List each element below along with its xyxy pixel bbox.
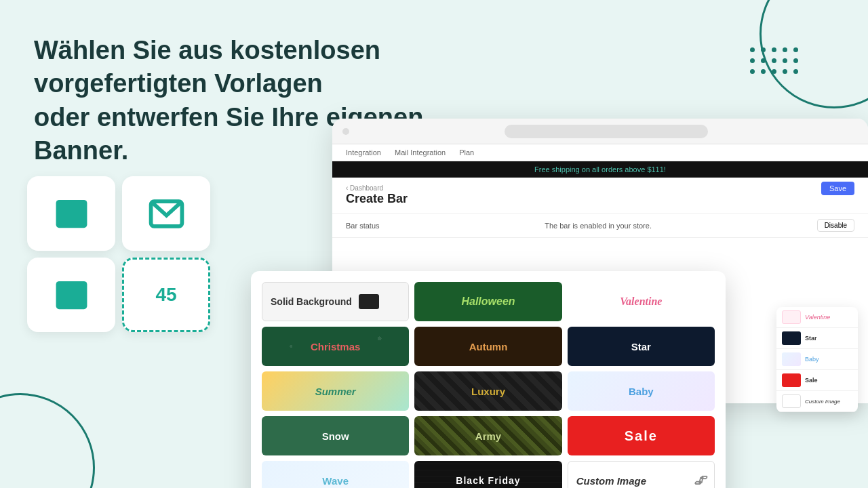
browser-nav: Integration Mail Integration Plan [332, 144, 868, 161]
nav-item-integration[interactable]: Integration [346, 148, 381, 157]
template-luxury[interactable]: Luxury [414, 371, 561, 411]
baby-label: Baby [629, 386, 654, 397]
rs-label-valentine: Valentine [805, 314, 830, 321]
template-solid-background[interactable]: Solid Background [262, 282, 409, 321]
black-friday-label: Black Friday [456, 475, 520, 486]
rs-label-sale: Sale [805, 377, 818, 384]
back-link[interactable]: ‹ Dashboard [346, 184, 408, 192]
snow-label: Snow [322, 430, 349, 442]
custom-image-label: Custom Image [576, 475, 646, 487]
announcement-bar: Free shipping on all orders above $111! [332, 161, 868, 178]
browser-chrome-bar [332, 119, 868, 144]
solid-bg-swatch [359, 294, 379, 309]
bar-status-label: Bar status [346, 222, 380, 230]
template-grid: Solid Background Halloween Valentine Chr… [251, 271, 726, 488]
bg-decoration-circle-bottom [0, 393, 95, 488]
timer-display: 45 [155, 284, 176, 306]
save-button[interactable]: Save [821, 182, 854, 195]
sale-label: Sale [625, 428, 658, 444]
rs-item-custom[interactable]: Custom Image [776, 391, 858, 412]
browser-dot-1 [342, 128, 349, 135]
icon-row-2: 45 [27, 258, 210, 332]
create-bar-title: Create Bar [346, 192, 408, 206]
solid-bg-label: Solid Background [271, 296, 352, 307]
template-summer[interactable]: Summer [262, 371, 409, 411]
template-wave[interactable]: Wave [262, 461, 409, 488]
autumn-label: Autumn [469, 341, 508, 352]
rs-swatch-star [782, 331, 801, 345]
dots-decoration [750, 47, 800, 76]
template-autumn[interactable]: Autumn [414, 327, 561, 366]
disable-button[interactable]: Disable [817, 219, 854, 232]
army-label: Army [475, 430, 501, 442]
template-star[interactable]: Star [568, 327, 715, 366]
template-black-friday[interactable]: Black Friday [414, 461, 561, 488]
wave-label: Wave [322, 475, 349, 487]
halloween-label: Halloween [461, 296, 515, 308]
browser-url-bar [505, 125, 708, 138]
star-label: Star [631, 341, 651, 352]
luxury-label: Luxury [471, 386, 505, 397]
rs-swatch-sale [782, 373, 801, 387]
template-baby[interactable]: Baby [568, 371, 715, 411]
browser-content: Integration Mail Integration Plan Free s… [332, 144, 868, 238]
svg-rect-0 [56, 199, 87, 227]
icon-box-layout [27, 258, 115, 332]
mail-icon [148, 195, 185, 232]
svg-rect-4 [56, 281, 87, 308]
rs-label-star: Star [805, 335, 817, 342]
summer-label: Summer [315, 386, 356, 397]
browser-icon [53, 195, 90, 232]
valentine-label: Valentine [620, 296, 662, 308]
template-valentine[interactable]: Valentine [568, 282, 715, 321]
icon-box-mail [122, 176, 210, 251]
layout-icon [53, 277, 90, 314]
christmas-label: Christmas [311, 341, 360, 352]
rs-label-baby: Baby [805, 356, 819, 363]
rs-item-sale[interactable]: Sale [776, 370, 858, 391]
icon-box-browser [27, 176, 115, 251]
rs-item-valentine[interactable]: Valentine [776, 307, 858, 328]
right-sidebar-thumbnails: Valentine Star Baby Sale Custom Image [776, 307, 858, 412]
create-bar-header: ‹ Dashboard Create Bar Save [332, 178, 868, 214]
custom-image-icon: 🖇 [694, 474, 706, 488]
template-snow[interactable]: Snow [262, 416, 409, 455]
rs-label-custom: Custom Image [805, 399, 840, 405]
template-halloween[interactable]: Halloween [414, 282, 561, 321]
rs-swatch-baby [782, 352, 801, 366]
nav-item-mail[interactable]: Mail Integration [395, 148, 446, 157]
template-custom-image[interactable]: Custom Image 🖇 [568, 461, 715, 488]
bar-status-value: The bar is enabled in your store. [545, 222, 652, 230]
template-army[interactable]: Army [414, 416, 561, 455]
template-sale[interactable]: Sale [568, 416, 715, 455]
icon-box-timer: 45 [122, 258, 210, 332]
icon-row-1 [27, 176, 210, 251]
nav-item-plan[interactable]: Plan [459, 148, 474, 157]
rs-swatch-custom [782, 394, 801, 408]
rs-swatch-valentine [782, 310, 801, 324]
rs-item-star[interactable]: Star [776, 328, 858, 349]
feature-icons: 45 [27, 176, 210, 332]
template-christmas[interactable]: Christmas [262, 327, 409, 366]
rs-item-baby[interactable]: Baby [776, 349, 858, 370]
